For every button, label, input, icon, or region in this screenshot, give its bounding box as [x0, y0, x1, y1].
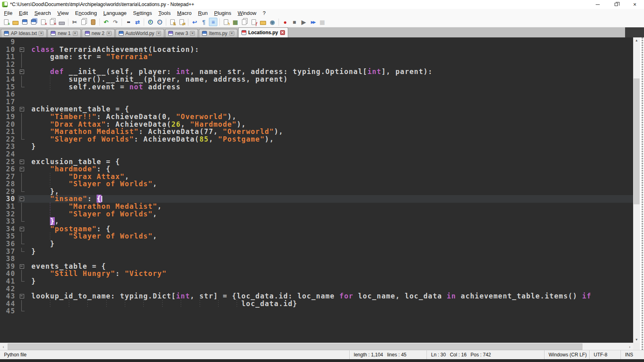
tab-locations-py[interactable]: Locations.py✕	[238, 27, 288, 37]
scroll-left-arrow-icon[interactable]: ‹	[0, 343, 7, 350]
code-line-28[interactable]: 28 "Slayer of Worlds",	[0, 180, 633, 188]
code-line-14[interactable]: 14 super().__init__(player, name, addres…	[0, 76, 633, 83]
code-line-33[interactable]: 33 },	[0, 218, 633, 225]
menu-item-help[interactable]: ?	[260, 9, 269, 17]
code-line-41[interactable]: 41}	[0, 278, 633, 285]
tab-new-2[interactable]: new 2✕	[82, 29, 115, 37]
copy-icon[interactable]	[80, 18, 88, 26]
macro-stop-icon[interactable]: ■	[290, 18, 299, 26]
show-indent-guide-icon[interactable]: ≡	[209, 18, 217, 26]
menu-item-settings[interactable]: Settings	[130, 9, 155, 17]
code-line-12[interactable]: 12	[0, 61, 633, 68]
close-button[interactable]: ×	[625, 0, 644, 9]
show-all-characters-icon[interactable]: ¶	[200, 18, 208, 26]
menu-item-encoding[interactable]: Encoding	[72, 9, 100, 17]
horizontal-scrollbar-thumb[interactable]	[8, 343, 582, 350]
cut-icon[interactable]: ✂	[70, 18, 79, 26]
tab-close-icon[interactable]: ✕	[156, 31, 161, 36]
macro-record-icon[interactable]: ●	[281, 18, 289, 26]
code-line-20[interactable]: 20 "Drax Attax": AchieveData(26, "Hardmo…	[0, 121, 633, 128]
code-line-42[interactable]: 42	[0, 285, 633, 293]
restore-button[interactable]	[607, 0, 625, 9]
code-line-26[interactable]: 26 "hardmode": {	[0, 165, 633, 173]
monitoring-icon[interactable]: ◉	[268, 18, 277, 26]
tab-new-3[interactable]: new 3✕	[165, 29, 198, 37]
menu-item-view[interactable]: View	[54, 9, 72, 17]
scroll-right-arrow-icon[interactable]: ›	[626, 343, 633, 350]
code-line-35[interactable]: 35 "Slayer of Worlds",	[0, 232, 633, 240]
sync-vertical-icon[interactable]: ⇅	[168, 18, 177, 26]
find-icon[interactable]: ●●	[124, 18, 132, 26]
define-language-icon[interactable]: ϟ	[222, 18, 230, 26]
fold-collapse-icon[interactable]	[18, 68, 27, 76]
fold-collapse-icon[interactable]	[18, 225, 27, 233]
folder-as-workspace-icon[interactable]	[259, 18, 267, 26]
code-line-10[interactable]: 10class TerrariaAchievement(Location):	[0, 46, 633, 53]
code-line-9[interactable]: 9	[0, 38, 633, 46]
menu-item-language[interactable]: Language	[100, 9, 130, 17]
fold-collapse-icon[interactable]	[18, 165, 27, 173]
code-line-23[interactable]: 23}	[0, 143, 633, 150]
code-line-22[interactable]: 22 "Slayer of Worlds": AchieveData(85, "…	[0, 136, 633, 143]
fold-collapse-icon[interactable]	[18, 292, 27, 300]
tab-close-icon[interactable]: ✕	[39, 31, 43, 36]
code-line-39[interactable]: 39events_table = {	[0, 263, 633, 270]
document-map-icon[interactable]: ▦	[231, 18, 239, 26]
tab-autoworld-py[interactable]: AutoWorld.py✕	[116, 29, 165, 37]
horizontal-scrollbar[interactable]: ‹ ›	[0, 343, 633, 350]
replace-icon[interactable]: ⇄	[133, 18, 142, 26]
menu-item-run[interactable]: Run	[195, 9, 211, 17]
fold-collapse-icon[interactable]	[18, 158, 27, 166]
menu-item-window[interactable]: Window	[235, 9, 260, 17]
vertical-scrollbar[interactable]: ▲ ▼	[633, 37, 640, 343]
code-line-32[interactable]: 32 "Slayer of Worlds",	[0, 210, 633, 218]
undo-icon[interactable]: ↶	[102, 18, 110, 26]
tab-items-py[interactable]: Items.py✕	[199, 29, 237, 37]
macro-play-icon[interactable]: ▶	[299, 18, 308, 26]
code-line-38[interactable]: 38	[0, 255, 633, 263]
tab-ap-ideas-txt[interactable]: AP Ideas.txt✕	[1, 29, 47, 37]
code-line-16[interactable]: 16	[0, 90, 633, 98]
save-file-icon[interactable]	[21, 18, 29, 26]
scroll-down-arrow-icon[interactable]: ▼	[633, 337, 640, 343]
print-icon[interactable]	[58, 18, 66, 26]
fold-collapse-icon[interactable]	[18, 195, 27, 203]
menu-item-file[interactable]: File	[1, 9, 16, 17]
macro-save-icon[interactable]: ▦	[318, 18, 326, 26]
paste-icon[interactable]	[89, 18, 97, 26]
minimize-button[interactable]	[588, 0, 607, 9]
zoom-out-icon[interactable]: −	[155, 18, 164, 26]
save-all-icon[interactable]	[30, 18, 38, 26]
code-line-24[interactable]: 24	[0, 150, 633, 158]
code-editor[interactable]: 910class TerrariaAchievement(Location):1…	[0, 37, 633, 343]
code-line-40[interactable]: 40 "Still Hungry": "Victory"	[0, 270, 633, 278]
code-line-27[interactable]: 27 "Drax Attax",	[0, 173, 633, 181]
code-line-17[interactable]: 17	[0, 98, 633, 106]
code-line-30[interactable]: 30 "insane": {	[0, 195, 633, 203]
redo-icon[interactable]: ↷	[111, 18, 120, 26]
zoom-in-icon[interactable]: +	[146, 18, 155, 26]
menu-item-tools[interactable]: Tools	[155, 9, 174, 17]
code-line-25[interactable]: 25exclusion_table = {	[0, 158, 633, 166]
menu-item-plugins[interactable]: Plugins	[211, 9, 235, 17]
code-line-37[interactable]: 37}	[0, 248, 633, 255]
sync-horizontal-icon[interactable]: ⇄	[178, 18, 186, 26]
macro-run-multiple-icon[interactable]: ▶▶	[309, 18, 317, 26]
code-line-45[interactable]: 45	[0, 307, 633, 315]
scroll-up-arrow-icon[interactable]: ▲	[633, 37, 640, 43]
code-line-21[interactable]: 21 "Marathon Medalist": AchieveData(77, …	[0, 128, 633, 136]
close-all-icon[interactable]: ×	[48, 18, 57, 26]
code-line-15[interactable]: 15 self.event = not address	[0, 83, 633, 91]
menu-item-macro[interactable]: Macro	[174, 9, 195, 17]
function-list-icon[interactable]: ƒ	[250, 18, 258, 26]
code-line-19[interactable]: 19 "Timber!!": AchieveData(0, "Overworld…	[0, 113, 633, 121]
vertical-scrollbar-thumb[interactable]	[634, 78, 640, 204]
code-line-43[interactable]: 43lookup_id_to_name: typing.Dict[int, st…	[0, 292, 633, 300]
code-line-13[interactable]: 13 def __init__(self, player: int, name:…	[0, 68, 633, 76]
tab-new-1[interactable]: new 1✕	[47, 29, 80, 37]
tab-close-icon[interactable]: ✕	[73, 31, 78, 36]
code-line-44[interactable]: 44 loc_data.id}	[0, 300, 633, 308]
code-line-18[interactable]: 18achievement_table = {	[0, 105, 633, 113]
code-line-11[interactable]: 11 game: str = "Terraria"	[0, 53, 633, 61]
code-line-34[interactable]: 34 "postgame": {	[0, 225, 633, 233]
